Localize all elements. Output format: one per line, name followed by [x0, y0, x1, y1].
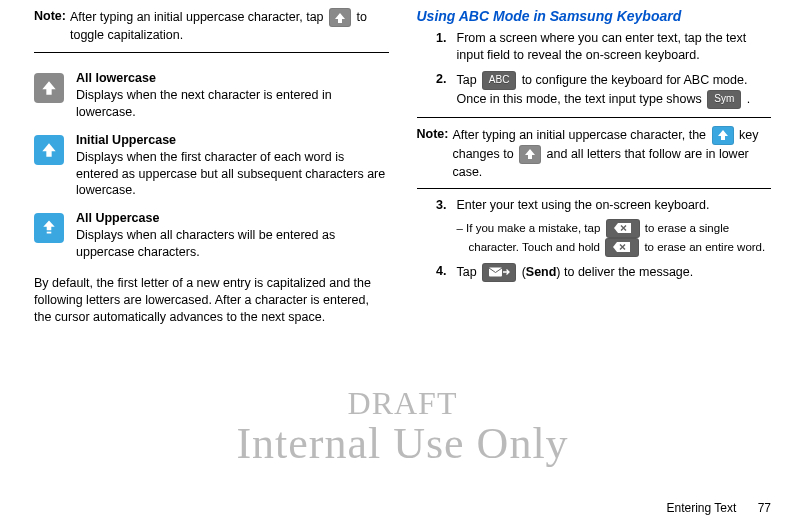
step-number: 2. [417, 71, 457, 109]
mode-title: Initial Uppercase [76, 133, 389, 147]
footer-section: Entering Text [666, 501, 736, 515]
text: After typing an initial uppercase charac… [452, 127, 709, 141]
note-body: After typing an initial uppercase charac… [70, 8, 389, 44]
step-number: 4. [417, 263, 457, 282]
step-number: 3. [417, 197, 457, 256]
text: Enter your text using the on-screen keyb… [457, 198, 710, 212]
divider [34, 52, 389, 53]
backspace-icon [606, 219, 640, 238]
mode-text: All lowercase Displays when the next cha… [76, 71, 389, 121]
mode-desc: Displays when the first character of eac… [76, 149, 389, 200]
note-label: Note: [417, 126, 453, 181]
watermark-line1: DRAFT [0, 385, 805, 422]
shift-lowercase-icon [34, 73, 64, 103]
section-title: Using ABC Mode in Samsung Keyboard [417, 8, 772, 24]
mode-list: All lowercase Displays when the next cha… [34, 71, 389, 261]
watermark: DRAFT Internal Use Only [0, 385, 805, 469]
mode-title: All lowercase [76, 71, 389, 85]
step-item: 2. Tap ABC to configure the keyboard for… [417, 71, 772, 109]
left-column: Note: After typing an initial uppercase … [34, 8, 389, 326]
right-column: Using ABC Mode in Samsung Keyboard 1. Fr… [417, 8, 772, 326]
text: Tap [457, 264, 481, 278]
step-number: 1. [417, 30, 457, 65]
divider [417, 188, 772, 189]
note-body: After typing an initial uppercase charac… [452, 126, 771, 181]
sym-label: Sym [714, 92, 734, 106]
note-block: Note: After typing an initial uppercase … [34, 8, 389, 44]
shift-icon [519, 145, 541, 164]
divider [417, 117, 772, 118]
mode-title: All Uppercase [76, 211, 389, 225]
mode-item: All Uppercase Displays when all characte… [34, 211, 389, 261]
step-item: 1. From a screen where you can enter tex… [417, 30, 772, 65]
step-item: 3. Enter your text using the on-screen k… [417, 197, 772, 256]
sub-bullet: – If you make a mistake, tap to erase a … [457, 219, 772, 257]
send-label: Send [526, 264, 557, 278]
text: ) to deliver the message. [556, 264, 693, 278]
watermark-line2: Internal Use Only [0, 418, 805, 469]
mode-desc: Displays when the next character is ente… [76, 87, 389, 121]
footer-page: 77 [758, 501, 771, 515]
step-body: Tap (Send) to deliver the message. [457, 263, 772, 282]
text: . [747, 91, 750, 105]
note-label: Note: [34, 8, 70, 44]
text: to erase an entire word. [644, 240, 765, 252]
abc-label: ABC [489, 73, 510, 87]
svg-rect-0 [47, 232, 52, 234]
step-body: From a screen where you can enter text, … [457, 30, 772, 65]
note-text-before: After typing an initial uppercase charac… [70, 10, 327, 24]
mode-desc: Displays when all characters will be ent… [76, 227, 389, 261]
sym-key-icon: Sym [707, 90, 741, 109]
shift-initial-icon [34, 135, 64, 165]
shift-uppercase-icon [34, 213, 64, 243]
mode-text: Initial Uppercase Displays when the firs… [76, 133, 389, 200]
send-icon [482, 263, 516, 282]
mode-item: Initial Uppercase Displays when the firs… [34, 133, 389, 200]
abc-key-icon: ABC [482, 71, 516, 90]
steps-list: 1. From a screen where you can enter tex… [417, 30, 772, 109]
step-body: Tap ABC to configure the keyboard for AB… [457, 71, 772, 109]
text: Tap [457, 72, 481, 86]
footer: Entering Text 77 [666, 501, 771, 515]
mode-item: All lowercase Displays when the next cha… [34, 71, 389, 121]
step-body: Enter your text using the on-screen keyb… [457, 197, 772, 256]
step-item: 4. Tap (Send) to deliver the message. [417, 263, 772, 282]
text: – If you make a mistake, tap [457, 221, 604, 233]
paragraph: By default, the first letter of a new en… [34, 275, 389, 326]
shift-icon [712, 126, 734, 145]
note-block: Note: After typing an initial uppercase … [417, 126, 772, 181]
shift-icon [329, 8, 351, 27]
mode-text: All Uppercase Displays when all characte… [76, 211, 389, 261]
backspace-icon [605, 238, 639, 257]
steps-list-cont: 3. Enter your text using the on-screen k… [417, 197, 772, 281]
